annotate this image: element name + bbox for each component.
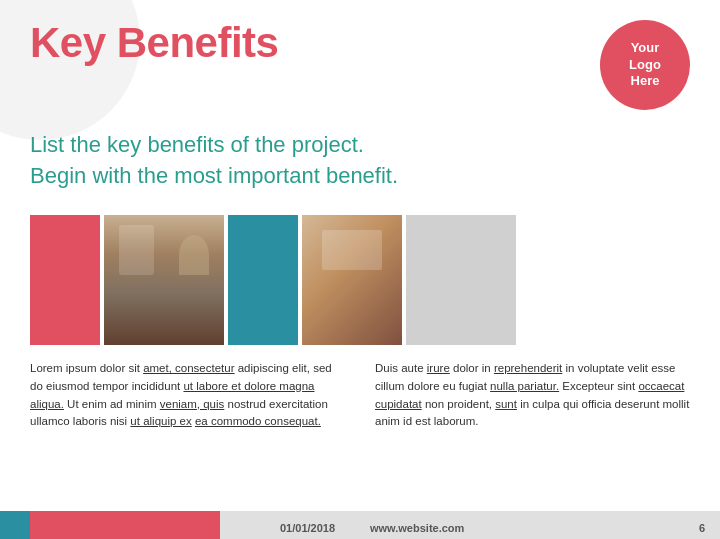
slide: Key Benefits YourLogoHere List the key b…: [0, 0, 720, 539]
photo2-content: [302, 215, 402, 345]
footer-page-number: 6: [699, 522, 705, 534]
footer-info: 01/01/2018 www.website.com 6: [0, 511, 720, 539]
red-color-block: [30, 215, 100, 345]
header: Key Benefits YourLogoHere: [30, 20, 690, 110]
photo-block-2: [302, 215, 402, 345]
photo1-content: [104, 215, 224, 345]
body-column-2: Duis aute irure dolor in reprehenderit i…: [375, 360, 690, 431]
image-strip: [30, 215, 690, 345]
logo-circle: YourLogoHere: [600, 20, 690, 110]
subtitle-line1: List the key benefits of the project.: [30, 130, 560, 161]
logo-text: YourLogoHere: [629, 40, 661, 91]
subtitle-line2: Begin with the most important benefit.: [30, 161, 560, 192]
subtitle-area: List the key benefits of the project. Be…: [30, 130, 560, 192]
body-text-col1: Lorem ipsum dolor sit amet, consectetur …: [30, 360, 345, 431]
photo-block-1: [104, 215, 224, 345]
body-column-1: Lorem ipsum dolor sit amet, consectetur …: [30, 360, 345, 431]
slide-title: Key Benefits: [30, 20, 278, 66]
teal-color-block: [228, 215, 298, 345]
gray-color-block: [406, 215, 516, 345]
body-text-col2: Duis aute irure dolor in reprehenderit i…: [375, 360, 690, 431]
body-text-area: Lorem ipsum dolor sit amet, consectetur …: [30, 360, 690, 431]
footer-date: 01/01/2018: [280, 522, 335, 534]
footer-website: www.website.com: [370, 522, 464, 534]
